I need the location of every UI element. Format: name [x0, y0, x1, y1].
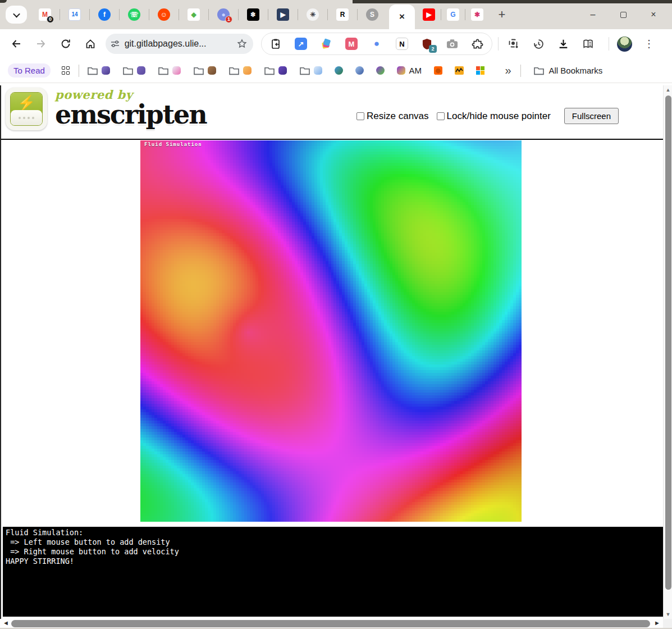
book-folder[interactable]	[299, 66, 322, 75]
close-tab-icon[interactable]: ×	[399, 11, 405, 22]
address-bar[interactable]: git.gitlabpages.ulie...	[106, 34, 253, 54]
youtube-tab[interactable]: ▶	[417, 3, 441, 26]
resize-canvas-label[interactable]: Resize canvas	[367, 111, 429, 122]
community-tab[interactable]: ●1	[209, 3, 238, 26]
back-button[interactable]	[7, 34, 26, 53]
people-folder[interactable]	[122, 66, 145, 75]
chat-app-tab[interactable]: ▶	[268, 3, 298, 26]
notion-extension-icon[interactable]: N	[396, 38, 408, 50]
reload-button[interactable]	[56, 34, 75, 53]
microsoft-bookmark[interactable]	[476, 66, 485, 75]
history-button[interactable]	[529, 34, 548, 53]
apps-grid-icon[interactable]	[62, 66, 70, 75]
dark-app-tab[interactable]: ❄	[239, 3, 268, 26]
mage-bookmark-icon	[355, 66, 364, 75]
community-favicon: ●1	[217, 8, 230, 21]
gmail-favicon: M0	[39, 8, 51, 21]
bookmarks-overflow-chevron[interactable]: »	[505, 64, 511, 77]
reddit-tab[interactable]: ☺	[149, 3, 179, 26]
robot-folder[interactable]	[158, 66, 181, 75]
scroll-right-icon[interactable]: ►	[654, 619, 660, 626]
chat-app-favicon: ▶	[277, 8, 289, 21]
resize-canvas-checkbox[interactable]	[356, 112, 364, 120]
people-folder-emoji-icon	[137, 66, 145, 75]
scrollbar-corner	[663, 619, 672, 628]
pinned-tabs: M014f☏☺◆●1❄▶✳RS	[30, 3, 387, 26]
facebook-tab[interactable]: f	[90, 3, 119, 26]
extensions-pill: ↗M●N2	[261, 33, 492, 55]
tools-folder[interactable]	[193, 66, 216, 75]
forward-button[interactable]	[31, 34, 51, 53]
whatsapp-tab[interactable]: ☏	[120, 3, 149, 26]
calendar-tab[interactable]: 14	[60, 3, 89, 26]
lock-pointer-checkbox[interactable]	[437, 112, 445, 120]
google-tab[interactable]: G	[441, 3, 465, 26]
browser-menu-button[interactable]: ⋮	[639, 34, 659, 53]
maximize-icon[interactable]	[618, 10, 628, 20]
external-link-extension-icon[interactable]: ↗	[295, 38, 307, 50]
scroll-up-icon[interactable]: ▲	[664, 87, 672, 93]
fox-folder[interactable]	[228, 66, 252, 75]
horizontal-scrollbar[interactable]: ◄ ►	[0, 619, 663, 628]
chatgpt-favicon: ✳	[307, 8, 319, 21]
reading-list-button[interactable]	[578, 34, 597, 53]
globe-bookmark[interactable]	[335, 66, 343, 75]
chatgpt-tab[interactable]: ✳	[298, 3, 327, 26]
save-folder[interactable]	[264, 66, 287, 75]
reddit-favicon: ☺	[158, 8, 170, 21]
vertical-scroll-thumb[interactable]	[665, 95, 671, 590]
lens-search-button[interactable]	[504, 34, 523, 53]
profile-avatar-button[interactable]	[615, 34, 634, 53]
reader-extension-icon[interactable]: M	[345, 38, 358, 50]
scroll-left-icon[interactable]: ◄	[3, 619, 9, 626]
home-button[interactable]	[81, 34, 100, 53]
window-close-icon[interactable]: ×	[648, 10, 659, 20]
chart-bookmark[interactable]	[455, 66, 464, 75]
fluid-canvas[interactable]	[140, 140, 522, 522]
tab-strip: M014f☏☺◆●1❄▶✳RS × ▶G✱ + – ×	[0, 0, 672, 29]
ing-bookmark[interactable]	[434, 66, 442, 75]
remarkable-tab[interactable]: R	[328, 3, 357, 26]
url-text[interactable]: git.gitlabpages.ulie...	[125, 39, 236, 49]
layers-extension-icon[interactable]	[320, 38, 332, 50]
am-bookmark[interactable]: AM	[397, 66, 422, 75]
shield-extension-icon[interactable]: 2	[421, 38, 433, 50]
site-settings-icon[interactable]	[110, 39, 120, 49]
mage-bookmark[interactable]	[355, 66, 364, 75]
am-bookmark-icon	[397, 66, 405, 75]
page-controls: Resize canvas Lock/hide mouse pointer Fu…	[356, 108, 619, 124]
bookmark-to-read[interactable]: To Read	[8, 63, 51, 78]
asterisk-app-tab[interactable]: ✱	[465, 3, 489, 26]
puzzle-extension-icon[interactable]	[472, 38, 484, 50]
camera-extension-icon[interactable]	[446, 38, 459, 50]
reload-icon	[60, 38, 71, 49]
bird-bookmark[interactable]	[376, 66, 385, 75]
bookmarks-divider	[79, 65, 79, 77]
downloads-button[interactable]	[554, 34, 573, 53]
gmail-tab[interactable]: M0	[30, 3, 60, 26]
feedly-tab[interactable]: ◆	[179, 3, 208, 26]
all-bookmarks-button[interactable]: All Bookmarks	[533, 66, 603, 75]
remarkable-favicon: R	[336, 8, 349, 21]
blue-dot-extension-icon[interactable]: ●	[371, 38, 383, 50]
bookmark-star-icon[interactable]	[236, 38, 248, 49]
clipboard-extension-icon[interactable]	[269, 38, 282, 50]
games-folder-emoji-icon	[102, 66, 110, 75]
scroll-down-icon[interactable]: ▼	[664, 612, 672, 617]
vertical-scrollbar[interactable]: ▲ ▼	[663, 85, 672, 619]
toolbar-right-group: ⋮	[504, 34, 664, 53]
toolbar-divider	[498, 37, 499, 51]
horizontal-scroll-thumb[interactable]	[11, 620, 650, 627]
fullscreen-button[interactable]: Fullscreen	[564, 108, 619, 124]
dark-app-favicon: ❄	[247, 8, 259, 21]
output-console[interactable]: Fluid Simulation: => Left mouse button t…	[3, 527, 664, 617]
minimize-icon[interactable]: –	[588, 10, 598, 20]
bookmarks-divider	[520, 65, 521, 77]
tab-search-button[interactable]	[6, 6, 27, 24]
reading-list-icon	[582, 38, 594, 50]
active-tab[interactable]: ×	[389, 4, 415, 29]
globe-app-tab[interactable]: S	[358, 3, 387, 26]
lock-pointer-label[interactable]: Lock/hide mouse pointer	[447, 111, 551, 122]
games-folder[interactable]	[87, 66, 110, 75]
new-tab-button[interactable]: +	[493, 6, 510, 23]
